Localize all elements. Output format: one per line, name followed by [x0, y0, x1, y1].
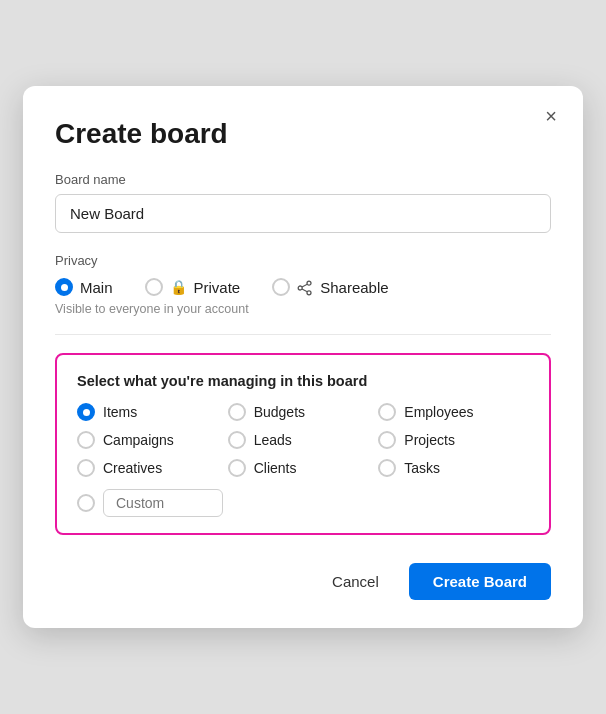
- radio-leads: [228, 431, 246, 449]
- close-button[interactable]: ×: [539, 104, 563, 128]
- footer: Cancel Create Board: [55, 563, 551, 600]
- radio-creatives: [77, 459, 95, 477]
- manage-option-leads[interactable]: Leads: [228, 431, 379, 449]
- privacy-shareable-label: Shareable: [320, 279, 388, 296]
- radio-projects: [378, 431, 396, 449]
- radio-budgets: [228, 403, 246, 421]
- manage-option-budgets[interactable]: Budgets: [228, 403, 379, 421]
- share-icon: [297, 278, 313, 295]
- radio-items: [77, 403, 95, 421]
- privacy-private-label: Private: [194, 279, 241, 296]
- manage-section-title: Select what you're managing in this boar…: [77, 373, 529, 389]
- svg-point-0: [307, 281, 311, 285]
- privacy-label: Privacy: [55, 253, 551, 268]
- manage-creatives-label: Creatives: [103, 460, 162, 476]
- manage-budgets-label: Budgets: [254, 404, 305, 420]
- manage-option-creatives[interactable]: Creatives: [77, 459, 228, 477]
- privacy-option-private[interactable]: 🔒 Private: [145, 278, 241, 296]
- manage-campaigns-label: Campaigns: [103, 432, 174, 448]
- manage-employees-label: Employees: [404, 404, 473, 420]
- radio-employees: [378, 403, 396, 421]
- privacy-options: Main 🔒 Private: [55, 278, 551, 296]
- svg-point-1: [307, 290, 311, 294]
- create-board-button[interactable]: Create Board: [409, 563, 551, 600]
- visibility-note: Visible to everyone in your account: [55, 302, 551, 316]
- privacy-option-main[interactable]: Main: [55, 278, 113, 296]
- manage-tasks-label: Tasks: [404, 460, 440, 476]
- manage-option-projects[interactable]: Projects: [378, 431, 529, 449]
- manage-projects-label: Projects: [404, 432, 455, 448]
- radio-shareable: [272, 278, 290, 296]
- manage-leads-label: Leads: [254, 432, 292, 448]
- radio-campaigns: [77, 431, 95, 449]
- svg-line-4: [302, 289, 307, 292]
- lock-icon: 🔒: [170, 279, 187, 295]
- manage-items-label: Items: [103, 404, 137, 420]
- divider: [55, 334, 551, 335]
- manage-option-tasks[interactable]: Tasks: [378, 459, 529, 477]
- manage-clients-label: Clients: [254, 460, 297, 476]
- manage-options-grid: Items Budgets Employees Campaigns L: [77, 403, 529, 477]
- manage-option-clients[interactable]: Clients: [228, 459, 379, 477]
- radio-tasks: [378, 459, 396, 477]
- svg-line-3: [302, 284, 307, 287]
- modal-overlay: × Create board Board name Privacy Main 🔒…: [0, 0, 606, 714]
- privacy-main-label: Main: [80, 279, 113, 296]
- manage-option-campaigns[interactable]: Campaigns: [77, 431, 228, 449]
- radio-clients: [228, 459, 246, 477]
- manage-section: Select what you're managing in this boar…: [55, 353, 551, 535]
- board-name-label: Board name: [55, 172, 551, 187]
- svg-point-2: [298, 286, 302, 290]
- radio-main: [55, 278, 73, 296]
- modal-title: Create board: [55, 118, 551, 150]
- create-board-modal: × Create board Board name Privacy Main 🔒…: [23, 86, 583, 628]
- radio-private: [145, 278, 163, 296]
- custom-row: [77, 489, 529, 517]
- manage-option-items[interactable]: Items: [77, 403, 228, 421]
- board-name-input[interactable]: [55, 194, 551, 233]
- privacy-option-shareable[interactable]: Shareable: [272, 278, 388, 296]
- cancel-button[interactable]: Cancel: [318, 565, 393, 598]
- manage-option-employees[interactable]: Employees: [378, 403, 529, 421]
- custom-input[interactable]: [103, 489, 223, 517]
- radio-custom[interactable]: [77, 494, 95, 512]
